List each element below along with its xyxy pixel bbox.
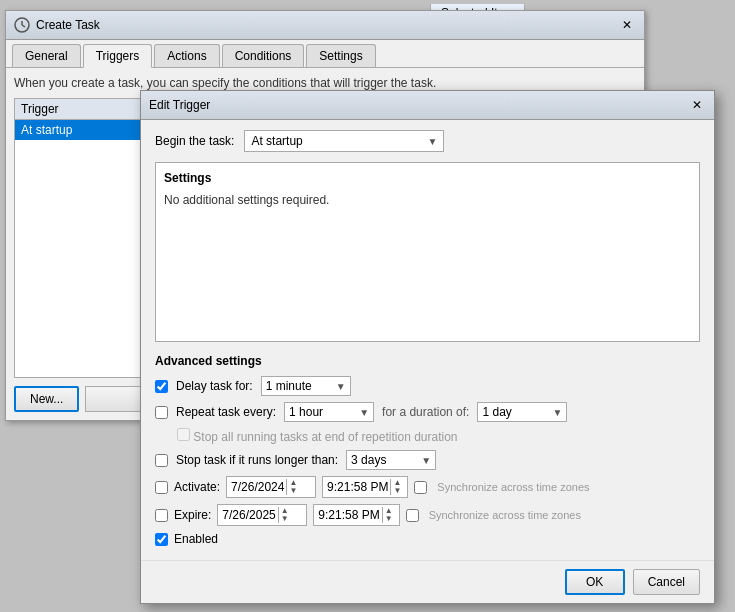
begin-task-label: Begin the task:: [155, 134, 234, 148]
expire-sync-checkbox[interactable]: [406, 509, 419, 522]
duration-value: 1 day: [482, 405, 511, 419]
advanced-title: Advanced settings: [155, 354, 700, 368]
repeat-task-label: Repeat task every:: [176, 405, 276, 419]
no-additional-settings: No additional settings required.: [164, 193, 691, 207]
activate-checkbox[interactable]: [155, 481, 168, 494]
new-trigger-button[interactable]: New...: [14, 386, 79, 412]
tab-general[interactable]: General: [12, 44, 81, 67]
delay-select-arrow-icon: ▼: [336, 381, 346, 392]
advanced-section: Advanced settings Delay task for: 1 minu…: [155, 354, 700, 546]
activate-date-spinner[interactable]: ▲ ▼: [286, 479, 299, 495]
create-task-close-button[interactable]: ✕: [618, 16, 636, 34]
tab-description: When you create a task, you can specify …: [14, 76, 636, 90]
expire-date-down-icon[interactable]: ▼: [281, 515, 289, 523]
delay-task-label: Delay task for:: [176, 379, 253, 393]
trigger-buttons: New...: [14, 386, 154, 412]
tab-settings[interactable]: Settings: [306, 44, 375, 67]
ok-button[interactable]: OK: [565, 569, 625, 595]
begin-task-row: Begin the task: At startup ▼: [155, 130, 700, 152]
begin-task-select[interactable]: At startup ▼: [244, 130, 444, 152]
enabled-row: Enabled: [155, 532, 700, 546]
create-task-tab-bar: General Triggers Actions Conditions Sett…: [6, 40, 644, 68]
create-task-titlebar: Create Task ✕: [6, 11, 644, 40]
stop-all-label: Stop all running tasks at end of repetit…: [193, 430, 457, 444]
expire-row: Expire: 7/26/2025 ▲ ▼ 9:21:58 PM ▲ ▼: [155, 504, 700, 526]
stop-task-select-arrow-icon: ▼: [421, 455, 431, 466]
trigger-list-header: Trigger: [15, 99, 153, 120]
activate-row: Activate: 7/26/2024 ▲ ▼ 9:21:58 PM ▲ ▼: [155, 476, 700, 498]
expire-checkbox[interactable]: [155, 509, 168, 522]
activate-time-down-icon[interactable]: ▼: [393, 487, 401, 495]
edit-button-placeholder: [85, 386, 145, 412]
begin-task-arrow-icon: ▼: [427, 136, 437, 147]
edit-trigger-titlebar: Edit Trigger ✕: [141, 91, 714, 120]
edit-trigger-body: Begin the task: At startup ▼ Settings No…: [141, 120, 714, 556]
enabled-label: Enabled: [174, 532, 218, 546]
expire-time-input[interactable]: 9:21:58 PM ▲ ▼: [313, 504, 399, 526]
create-task-title: Create Task: [36, 18, 100, 32]
delay-task-select[interactable]: 1 minute ▼: [261, 376, 351, 396]
activate-time-value: 9:21:58 PM: [327, 480, 388, 494]
repeat-task-row: Repeat task every: 1 hour ▼ for a durati…: [155, 402, 700, 422]
expire-date-value: 7/26/2025: [222, 508, 275, 522]
tab-conditions[interactable]: Conditions: [222, 44, 305, 67]
activate-label: Activate:: [174, 480, 220, 494]
stop-task-label: Stop task if it runs longer than:: [176, 453, 338, 467]
duration-label: for a duration of:: [382, 405, 469, 419]
edit-trigger-close-button[interactable]: ✕: [688, 96, 706, 114]
svg-line-2: [22, 25, 25, 27]
edit-trigger-dialog: Edit Trigger ✕ Begin the task: At startu…: [140, 90, 715, 604]
stop-task-value: 3 days: [351, 453, 386, 467]
repeat-task-checkbox[interactable]: [155, 406, 168, 419]
clock-icon: [14, 17, 30, 33]
stop-all-checkbox[interactable]: [177, 428, 190, 441]
activate-time-spinner[interactable]: ▲ ▼: [390, 479, 403, 495]
stop-task-checkbox[interactable]: [155, 454, 168, 467]
repeat-task-value: 1 hour: [289, 405, 323, 419]
activate-date-input[interactable]: 7/26/2024 ▲ ▼: [226, 476, 316, 498]
edit-trigger-title: Edit Trigger: [149, 98, 210, 112]
repeat-task-select[interactable]: 1 hour ▼: [284, 402, 374, 422]
activate-time-input[interactable]: 9:21:58 PM ▲ ▼: [322, 476, 408, 498]
settings-section-title: Settings: [164, 171, 691, 185]
dialog-footer: OK Cancel: [141, 560, 714, 603]
stop-all-row: Stop all running tasks at end of repetit…: [177, 428, 700, 444]
begin-task-value: At startup: [251, 134, 302, 148]
settings-section: Settings No additional settings required…: [155, 162, 700, 342]
expire-time-down-icon[interactable]: ▼: [385, 515, 393, 523]
expire-date-spinner[interactable]: ▲ ▼: [278, 507, 291, 523]
duration-select-arrow-icon: ▼: [553, 407, 563, 418]
trigger-list: Trigger At startup: [14, 98, 154, 378]
activate-sync-label: Synchronize across time zones: [437, 481, 589, 493]
repeat-select-arrow-icon: ▼: [359, 407, 369, 418]
activate-sync-checkbox[interactable]: [414, 481, 427, 494]
activate-date-value: 7/26/2024: [231, 480, 284, 494]
expire-date-input[interactable]: 7/26/2025 ▲ ▼: [217, 504, 307, 526]
trigger-list-item[interactable]: At startup: [15, 120, 153, 140]
tab-triggers[interactable]: Triggers: [83, 44, 153, 68]
duration-select[interactable]: 1 day ▼: [477, 402, 567, 422]
delay-task-checkbox[interactable]: [155, 380, 168, 393]
expire-sync-label: Synchronize across time zones: [429, 509, 581, 521]
delay-task-row: Delay task for: 1 minute ▼: [155, 376, 700, 396]
expire-time-spinner[interactable]: ▲ ▼: [382, 507, 395, 523]
enabled-checkbox[interactable]: [155, 533, 168, 546]
expire-label: Expire:: [174, 508, 211, 522]
cancel-button[interactable]: Cancel: [633, 569, 700, 595]
tab-actions[interactable]: Actions: [154, 44, 219, 67]
stop-task-row: Stop task if it runs longer than: 3 days…: [155, 450, 700, 470]
expire-time-value: 9:21:58 PM: [318, 508, 379, 522]
activate-date-down-icon[interactable]: ▼: [289, 487, 297, 495]
stop-task-select[interactable]: 3 days ▼: [346, 450, 436, 470]
delay-task-value: 1 minute: [266, 379, 312, 393]
